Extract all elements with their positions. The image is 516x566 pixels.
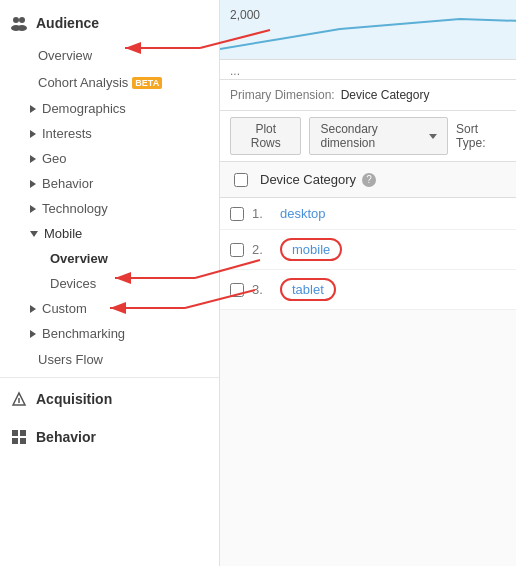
dropdown-arrow-icon <box>429 134 437 139</box>
row-num: 3. <box>252 282 272 297</box>
sidebar-behavior-header[interactable]: Behavior <box>0 418 219 456</box>
table-row: 1. desktop <box>220 198 516 230</box>
sidebar-item-custom[interactable]: Custom <box>0 296 219 321</box>
sidebar-item-mobile[interactable]: Mobile <box>0 221 219 246</box>
arrow-right-icon <box>30 155 36 163</box>
sidebar-item-overview[interactable]: Overview <box>0 42 219 69</box>
primary-dim-bar: Primary Dimension: Device Category <box>220 80 516 111</box>
main-content: 2,000 ... Primary Dimension: Device Cate… <box>220 0 516 566</box>
table-header: Device Category ? <box>220 162 516 198</box>
arrow-right-icon <box>30 305 36 313</box>
table-rows: 1. desktop 2. mobile 3. tablet <box>220 198 516 310</box>
row-value-mobile[interactable]: mobile <box>280 238 342 261</box>
sidebar-subitem-mobile-overview[interactable]: Overview <box>0 246 219 271</box>
svg-rect-8 <box>12 438 18 444</box>
beta-badge: BETA <box>132 77 162 89</box>
row-num: 2. <box>252 242 272 257</box>
arrow-right-icon <box>30 330 36 338</box>
audience-label: Audience <box>36 15 99 31</box>
svg-point-1 <box>19 17 25 23</box>
sidebar-item-interests[interactable]: Interests <box>0 121 219 146</box>
sidebar-acquisition-header[interactable]: Acquisition <box>0 377 219 418</box>
arrow-right-icon <box>30 180 36 188</box>
svg-rect-9 <box>20 438 26 444</box>
table-row: 2. mobile <box>220 230 516 270</box>
svg-point-3 <box>17 25 27 31</box>
sidebar: Audience Overview Cohort Analysis BETA D… <box>0 0 220 566</box>
table-row: 3. tablet <box>220 270 516 310</box>
sidebar-item-technology[interactable]: Technology <box>0 196 219 221</box>
sidebar-item-demographics[interactable]: Demographics <box>0 96 219 121</box>
arrow-right-icon <box>30 105 36 113</box>
plot-rows-button[interactable]: Plot Rows <box>230 117 301 155</box>
primary-dim-prefix: Primary Dimension: <box>230 88 335 102</box>
row-value-desktop[interactable]: desktop <box>280 206 326 221</box>
header-checkbox[interactable] <box>234 173 248 187</box>
sort-type-label: Sort Type: <box>456 122 506 150</box>
sidebar-subitem-mobile-devices[interactable]: Devices <box>0 271 219 296</box>
primary-dim-value: Device Category <box>341 88 430 102</box>
arrow-right-icon <box>30 205 36 213</box>
row-checkbox[interactable] <box>230 207 244 221</box>
row-num: 1. <box>252 206 272 221</box>
audience-icon <box>8 12 30 34</box>
secondary-dimension-dropdown[interactable]: Secondary dimension <box>309 117 448 155</box>
sidebar-item-benchmarking[interactable]: Benchmarking <box>0 321 219 346</box>
acquisition-icon <box>8 388 30 410</box>
sidebar-item-geo[interactable]: Geo <box>0 146 219 171</box>
toolbar: Plot Rows Secondary dimension Sort Type: <box>220 111 516 162</box>
svg-point-0 <box>13 17 19 23</box>
chart-area: 2,000 <box>220 0 516 60</box>
arrow-down-icon <box>30 231 38 237</box>
row-value-tablet[interactable]: tablet <box>280 278 336 301</box>
ellipsis-row: ... <box>220 60 516 80</box>
arrow-right-icon <box>30 130 36 138</box>
sidebar-item-behavior[interactable]: Behavior <box>0 171 219 196</box>
sidebar-item-users-flow[interactable]: Users Flow <box>0 346 219 373</box>
svg-rect-7 <box>20 430 26 436</box>
row-checkbox[interactable] <box>230 283 244 297</box>
sidebar-item-cohort[interactable]: Cohort Analysis BETA <box>0 69 219 96</box>
mobile-subitems: Overview Devices <box>0 246 219 296</box>
svg-rect-6 <box>12 430 18 436</box>
behavior-icon <box>8 426 30 448</box>
help-icon[interactable]: ? <box>362 173 376 187</box>
row-checkbox[interactable] <box>230 243 244 257</box>
device-category-col-header: Device Category <box>260 172 356 187</box>
sidebar-audience-header[interactable]: Audience <box>0 4 219 42</box>
